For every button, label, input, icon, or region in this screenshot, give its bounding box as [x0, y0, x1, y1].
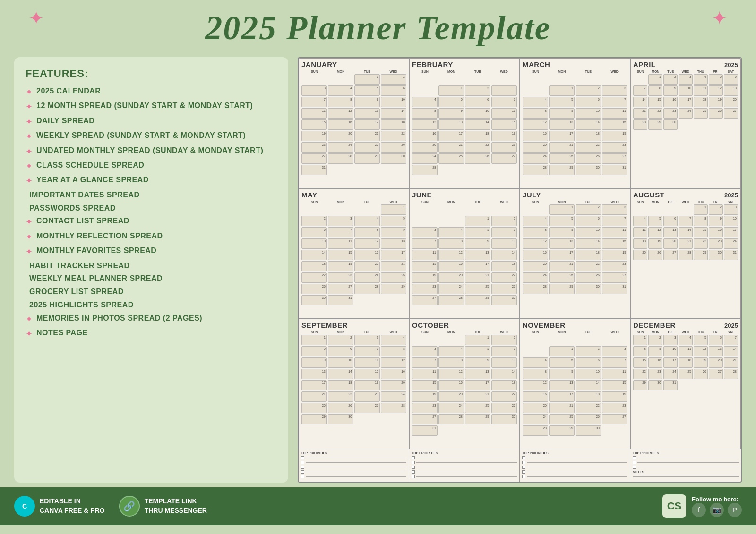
feature-text: 12 MONTH SPREAD (SUNDAY START & MONDAY S… [36, 101, 253, 111]
facebook-icon[interactable]: f [692, 503, 706, 517]
day-cell: 12 [438, 369, 464, 379]
day-cell: 7 [491, 97, 517, 107]
priority-block-2: TOP PRIORITIES [409, 449, 520, 482]
day-headers: SUNMONTUEWED [301, 331, 406, 334]
day-cell: 28 [438, 295, 464, 305]
empty-cell [412, 74, 438, 85]
canva-badge: C EDITABLE IN CANVA FREE & PRO [14, 496, 105, 517]
features-panel: FEATURES: ✦ 2025 CALENDAR ✦ 12 MONTH SPR… [14, 57, 288, 483]
day-cell: 19 [354, 380, 380, 390]
month-name: OCTOBER [412, 321, 449, 329]
day-cell: 14 [576, 119, 601, 130]
feature-text: 2025 CALENDAR [36, 86, 101, 96]
day-cell: 19 [694, 357, 708, 368]
feature-item: ✦ 12 MONTH SPREAD (SUNDAY START & MONDAY… [26, 101, 277, 112]
feature-item: ✦ UNDATED MONTHLY SPREAD (SUNDAY & MONDA… [26, 146, 277, 157]
pinterest-icon[interactable]: P [728, 503, 742, 517]
day-cell: 1 [549, 204, 575, 215]
day-header: TUE [354, 200, 380, 203]
day-cell: 31 [663, 380, 678, 390]
day-cell: 19 [602, 131, 627, 141]
empty-cell [694, 119, 708, 130]
day-cell: 13 [549, 380, 575, 390]
day-cell: 8 [328, 97, 353, 107]
day-cell: 22 [694, 238, 708, 249]
day-cell: 19 [709, 97, 723, 107]
day-cell: 1 [438, 85, 464, 96]
day-cell: 4 [328, 85, 353, 96]
day-cell: 11 [412, 250, 438, 260]
day-cell: 13 [465, 250, 490, 260]
empty-cell [438, 335, 464, 345]
day-cell: 10 [576, 108, 601, 119]
day-cell: 7 [602, 97, 627, 107]
day-header: MON [328, 70, 354, 73]
empty-cell [354, 414, 380, 424]
day-cell: 8 [412, 108, 438, 119]
empty-cell [633, 74, 647, 85]
month-year: 2025 [724, 192, 738, 199]
month-name: FEBRUARY [412, 60, 453, 68]
day-cell: 21 [301, 391, 327, 402]
bullet-icon: ✦ [26, 246, 33, 257]
days-grid: 1234567891011121314151617181920212223242… [412, 204, 517, 305]
day-cell: 22 [633, 369, 647, 379]
day-cell: 17 [724, 227, 738, 237]
day-cell: 24 [663, 369, 678, 379]
day-cell: 27 [602, 414, 627, 424]
day-header: SUN [301, 200, 327, 203]
day-cell: 4 [633, 216, 647, 226]
feature-item: GROCERY LIST SPREAD [26, 287, 277, 297]
day-cell: 15 [602, 119, 627, 130]
day-header: TUE [663, 200, 678, 203]
day-cell: 23 [491, 142, 517, 153]
feature-text: UNDATED MONTHLY SPREAD (SUNDAY & MONDAY … [36, 146, 263, 156]
day-cell: 29 [465, 414, 490, 424]
day-cell: 2 [301, 216, 327, 226]
empty-cell [679, 204, 693, 215]
day-cell: 2 [491, 335, 517, 345]
day-cell: 15 [633, 357, 647, 368]
day-cell: 7 [328, 227, 353, 237]
day-cell: 14 [301, 250, 327, 260]
day-header: MON [648, 200, 663, 203]
instagram-icon[interactable]: 📷 [710, 503, 724, 517]
day-cell: 9 [381, 227, 406, 237]
empty-cell [709, 380, 723, 390]
day-cell: 28 [412, 165, 438, 175]
day-cell: 28 [328, 153, 353, 164]
priority-title-2: TOP PRIORITIES [412, 451, 517, 455]
month-block: FEBRUARY SUNMONTUEWED1234567891011121314… [409, 58, 520, 188]
day-cell: 23 [602, 142, 627, 153]
day-cell: 24 [438, 284, 464, 294]
day-cell: 22 [491, 272, 517, 283]
day-cell: 11 [602, 227, 627, 237]
day-cell: 18 [491, 380, 517, 390]
day-cell: 9 [354, 97, 380, 107]
day-cell: 11 [633, 227, 647, 237]
day-cell: 9 [709, 216, 723, 226]
empty-cell [328, 204, 353, 215]
days-grid: 1234567891011121314151617181920212223242… [301, 74, 406, 175]
day-cell: 27 [709, 369, 723, 379]
day-cell: 13 [549, 119, 575, 130]
day-header: THU [693, 70, 708, 73]
day-cell: 3 [354, 335, 380, 345]
empty-cell [602, 425, 627, 436]
sparkle-icon-tr: ✦ [712, 7, 728, 29]
day-header: WED [601, 200, 627, 203]
day-header: THU [693, 200, 708, 203]
day-cell: 3 [602, 204, 627, 215]
empty-cell [438, 204, 464, 215]
empty-cell [438, 425, 464, 436]
empty-cell [354, 204, 380, 215]
day-cell: 22 [491, 391, 517, 402]
day-header: SUN [633, 200, 648, 203]
template-text: TEMPLATE LINK THRU MESSENGER [145, 497, 207, 515]
day-cell: 17 [465, 261, 490, 271]
day-cell: 18 [491, 261, 517, 271]
day-cell: 7 [724, 335, 738, 345]
day-cell: 26 [465, 153, 490, 164]
day-cell: 6 [576, 357, 601, 368]
month-year: 2025 [724, 322, 738, 329]
